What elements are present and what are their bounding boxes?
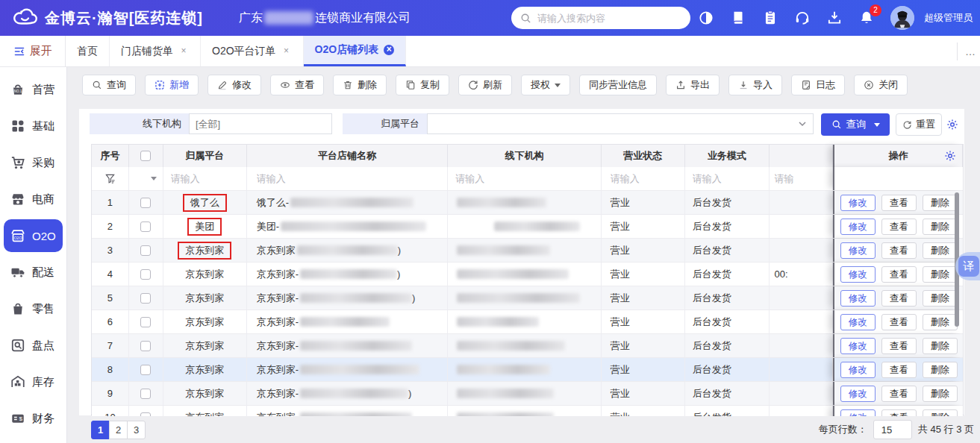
filter-reset-button[interactable]: 重置 [896,113,942,136]
row-edit-button[interactable]: 修改 [840,242,876,259]
close-button[interactable]: 关闭 [854,75,908,95]
row-checkbox-cell[interactable] [129,215,163,238]
filter-query-button[interactable]: 查询 [821,113,890,136]
row-edit-button[interactable]: 修改 [840,314,876,330]
row-checkbox[interactable] [140,317,151,327]
edit-button[interactable]: 修改 [207,75,261,95]
export-button[interactable]: 导出 [666,75,720,95]
clipboard-icon[interactable] [762,10,778,26]
page-button[interactable]: 1 [91,421,110,439]
row-checkbox-cell[interactable] [129,191,163,214]
row-delete-button[interactable]: 删除 [923,362,958,378]
tab-close-icon[interactable]: × [384,45,394,55]
row-checkbox[interactable] [140,341,151,351]
row-checkbox-cell[interactable] [129,239,163,262]
row-delete-button[interactable]: 删除 [923,386,958,402]
column-settings-gear-icon[interactable] [944,150,956,162]
table-row[interactable]: 6 京东到家 京东到家- 营业 后台发货 [92,310,963,334]
row-checkbox[interactable] [140,389,151,399]
row-delete-button[interactable]: 删除 [923,266,958,283]
row-view-button[interactable]: 查看 [881,386,917,402]
sidebar-item-o2o[interactable]: O2O O2O [4,219,63,252]
page-tab[interactable]: 首页 × [66,36,110,66]
notification-bell-icon[interactable]: 2 [858,10,875,26]
copy-button[interactable]: 复制 [396,75,449,95]
import-button[interactable]: 导入 [728,75,782,95]
tab-close-icon[interactable]: × [281,46,292,57]
shop-name-filter-input[interactable] [257,173,438,184]
tab-close-icon[interactable]: × [178,46,189,57]
sidebar-item-jichu[interactable]: 基础 [4,110,63,142]
page-tab[interactable]: O2O店铺列表 × [304,36,407,66]
row-edit-button[interactable]: 修改 [840,266,876,283]
filter-settings-gear-icon[interactable] [946,119,958,131]
download-center-icon[interactable] [826,10,843,26]
row-edit-button[interactable]: 修改 [840,362,876,378]
row-view-button[interactable]: 查看 [881,314,917,330]
row-delete-button[interactable]: 删除 [923,338,958,354]
table-row[interactable]: 4 京东到家 京东到家- ) 营业 后台发货 00: [92,263,963,286]
row-checkbox[interactable] [140,293,151,304]
page-tab[interactable]: 门店铺货单 × [110,36,201,66]
row-checkbox-cell[interactable] [129,286,163,310]
table-row[interactable]: 9 京东到家 京东到家- ) 营业 后台发货 [92,382,963,406]
row-view-button[interactable]: 查看 [881,338,917,354]
page-button[interactable]: 3 [127,421,146,439]
select-all-checkbox[interactable] [140,151,151,161]
shop-name-filter-cell[interactable] [247,167,449,190]
view-button[interactable]: 查看 [270,75,324,95]
row-checkbox[interactable] [140,222,151,232]
row-checkbox[interactable] [140,198,151,208]
row-delete-button[interactable]: 删除 [923,195,958,211]
row-checkbox[interactable] [140,245,151,256]
sidebar-item-shouying[interactable]: NO.1 首营 [4,73,63,106]
sidebar-item-dianshang[interactable]: 电商 [4,183,63,216]
offline-org-input[interactable] [189,113,332,134]
table-row[interactable]: 1 饿了么 饿了么- 营业 后台发货 [92,191,963,215]
table-row[interactable]: 7 京东到家 京东到家- 营业 后台发货 [92,334,963,358]
status-filter-input[interactable] [611,173,681,184]
filter-dropdown-cell[interactable] [129,167,163,190]
row-delete-button[interactable]: 删除 [923,290,958,307]
global-search[interactable] [511,7,690,29]
row-edit-button[interactable]: 修改 [840,195,876,211]
row-checkbox-cell[interactable] [129,263,163,286]
row-view-button[interactable]: 查看 [881,195,917,211]
translate-float-button[interactable]: 译 [955,252,980,280]
mode-filter-input[interactable] [693,173,766,184]
offline-org-filter-input[interactable] [455,173,593,184]
platform-filter-cell[interactable] [163,167,247,190]
page-button[interactable]: 2 [109,421,128,439]
row-checkbox[interactable] [140,269,151,280]
row-view-button[interactable]: 查看 [881,290,917,307]
sidebar-item-caiwu[interactable]: $ 财务 [4,402,63,435]
row-checkbox-cell[interactable] [129,406,163,416]
row-checkbox-cell[interactable] [129,334,163,357]
log-button[interactable]: 日志 [791,75,845,95]
row-delete-button[interactable]: 删除 [923,314,958,330]
tabs-overflow-menu[interactable]: … [957,43,976,60]
status-filter-cell[interactable] [602,167,685,190]
customer-service-icon[interactable] [794,10,811,26]
table-row[interactable]: 8 京东到家 京东到家- 营业 后台发货 [92,358,963,382]
theme-contrast-icon[interactable] [698,10,714,26]
sidebar-item-kucun[interactable]: 库存 [4,365,63,398]
mode-filter-cell[interactable] [685,167,770,190]
row-view-button[interactable]: 查看 [881,362,917,378]
row-checkbox-cell[interactable] [129,358,163,381]
refresh-button[interactable]: 刷新 [458,75,512,95]
sidebar-item-lingshou[interactable]: 零售 [4,292,63,325]
select-all-checkbox-cell[interactable] [129,145,163,167]
row-edit-button[interactable]: 修改 [840,219,876,235]
row-view-button[interactable]: 查看 [881,219,917,235]
row-view-button[interactable]: 查看 [881,266,917,283]
rows-per-page-input[interactable] [873,420,912,439]
user-avatar[interactable] [890,6,914,30]
row-checkbox[interactable] [140,365,151,375]
table-row[interactable]: 5 京东到家 京东到家- ) 营业 后台发货 [92,286,963,310]
platform-filter-input[interactable] [171,173,243,184]
platform-select[interactable] [427,113,814,134]
page-tab[interactable]: O2O平台订单 × [201,36,304,66]
authorize-dropdown-button[interactable]: 授权 [521,75,570,95]
row-edit-button[interactable]: 修改 [840,290,876,307]
